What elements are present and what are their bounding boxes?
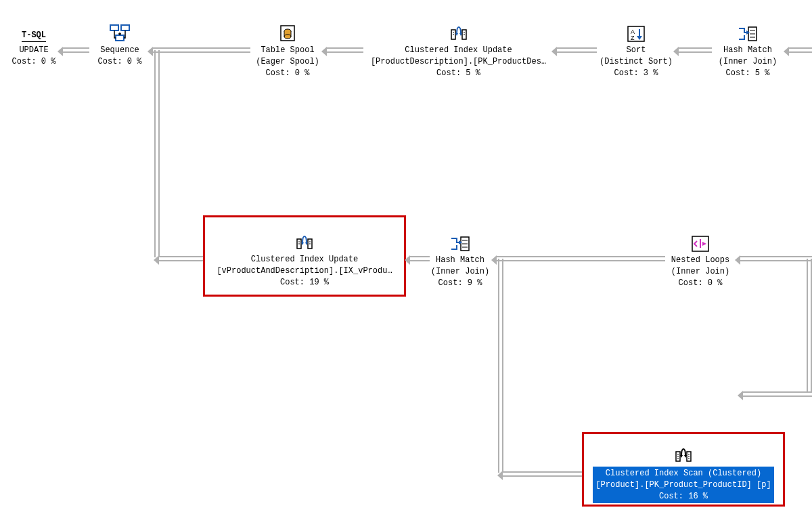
node-title: Hash Match [431, 255, 489, 266]
hash-match-icon [710, 20, 785, 42]
node-cost: Cost: 9 % [431, 278, 489, 289]
node-title: Nested Loops [671, 255, 729, 266]
node-title: Hash Match [719, 45, 777, 56]
connector [742, 391, 812, 397]
node-subtitle: (Distinct Sort) [600, 56, 673, 68]
node-title: Table Spool [256, 45, 319, 56]
connector [556, 47, 597, 53]
nested-loops-icon [663, 230, 738, 252]
tsql-icon: T-SQL [7, 20, 61, 42]
connector [678, 47, 712, 53]
node-sequence[interactable]: Sequence Cost: 0 % [89, 20, 150, 68]
node-title: Sort [600, 45, 673, 56]
clustered-index-update-icon [205, 230, 404, 251]
connector [154, 50, 160, 257]
node-cost: Cost: 16 % [595, 491, 771, 502]
node-subtitle: (Eager Spool) [256, 56, 319, 68]
connector [496, 256, 665, 261]
svg-rect-2 [116, 35, 124, 41]
node-title: Sequence [98, 45, 142, 56]
node-title: UPDATE [12, 45, 56, 56]
node-subtitle: (Inner Join) [671, 266, 729, 278]
node-table-spool[interactable]: Table Spool (Eager Spool) Cost: 0 % [250, 20, 325, 79]
connector [158, 256, 204, 261]
node-cost: Cost: 0 % [256, 68, 319, 79]
node-sort[interactable]: A Z Sort (Distinct Sort) Cost: 3 % [595, 20, 677, 79]
node-hash-match-mid[interactable]: Hash Match (Inner Join) Cost: 9 % [426, 230, 494, 288]
hash-match-icon [426, 230, 494, 252]
svg-rect-0 [110, 25, 118, 30]
node-cost: Cost: 3 % [600, 68, 673, 79]
node-subtitle: [ProductDescription].[PK_ProductDes… [371, 56, 546, 68]
node-title: Clustered Index Update [371, 45, 546, 56]
svg-marker-43 [702, 242, 706, 246]
node-cost: Cost: 19 % [217, 277, 392, 288]
svg-point-8 [284, 35, 291, 39]
connector [807, 259, 812, 393]
node-title: Clustered Index Scan (Clustered) [595, 468, 771, 479]
connector [152, 47, 250, 53]
node-clustered-index-update-productdescription[interactable]: Clustered Index Update [ProductDescripti… [362, 20, 555, 79]
node-tsql-update[interactable]: T-SQL UPDATE Cost: 0 % [7, 20, 61, 68]
node-clustered-index-scan-product[interactable]: Clustered Index Scan (Clustered) [Produc… [582, 432, 785, 507]
node-cost: Cost: 5 % [719, 68, 777, 79]
table-spool-icon [250, 20, 325, 42]
connector [740, 256, 812, 261]
node-title: Clustered Index Update [217, 254, 392, 265]
execution-plan-canvas[interactable]: T-SQL UPDATE Cost: 0 % Sequence Cost: 0 … [0, 0, 812, 514]
connector [326, 47, 363, 53]
svg-marker-23 [637, 36, 642, 40]
svg-text:Z: Z [631, 35, 635, 41]
connector [788, 47, 812, 53]
clustered-index-scan-icon [584, 442, 783, 464]
clustered-index-update-icon [362, 20, 555, 42]
node-cost: Cost: 0 % [671, 278, 729, 289]
node-subtitle: (Inner Join) [719, 56, 777, 68]
svg-rect-1 [121, 25, 129, 30]
node-cost: Cost: 0 % [12, 56, 56, 68]
node-subtitle: [Product].[PK_Product_ProductID] [p] [595, 479, 771, 491]
node-subtitle: [vProductAndDescription].[IX_vProdu… [217, 265, 392, 277]
node-nested-loops[interactable]: Nested Loops (Inner Join) Cost: 0 % [663, 230, 738, 288]
sequence-icon [89, 20, 150, 42]
connector [498, 259, 503, 473]
node-cost: Cost: 5 % [371, 68, 546, 79]
node-clustered-index-update-vproduct[interactable]: Clustered Index Update [vProductAndDescr… [203, 215, 406, 297]
node-hash-match-top[interactable]: Hash Match (Inner Join) Cost: 5 % [710, 20, 785, 79]
node-cost: Cost: 0 % [98, 56, 142, 68]
node-subtitle: (Inner Join) [431, 266, 489, 278]
sort-icon: A Z [595, 20, 677, 42]
connector [502, 471, 583, 477]
connector [62, 47, 89, 53]
